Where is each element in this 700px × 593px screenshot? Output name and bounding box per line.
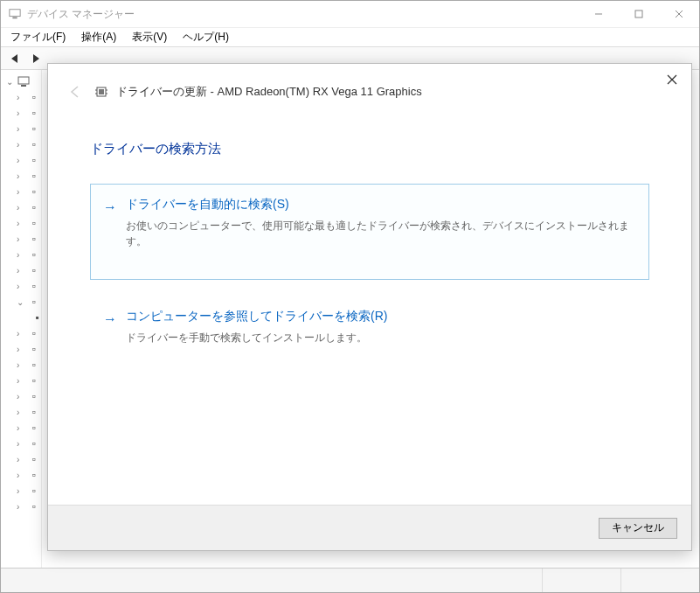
device-category-icon: ▫ xyxy=(27,153,41,167)
caret-right-icon: › xyxy=(17,408,27,417)
device-category-icon: ▫ xyxy=(27,279,41,293)
tree-node[interactable]: ›▫ xyxy=(17,199,41,215)
arrow-right-icon: → xyxy=(103,309,117,345)
dialog-footer: キャンセル xyxy=(48,505,691,550)
caret-right-icon: › xyxy=(17,486,27,496)
svg-rect-3 xyxy=(635,10,642,17)
device-category-icon: ▫ xyxy=(27,468,41,482)
device-tree[interactable]: ⌄ ›▫ ›▫ ›▫ ›▫ ›▫ ›▫ ›▫ ›▫ ›▫ ›▫ ›▫ ›▫ ›▫… xyxy=(1,70,42,568)
tree-node[interactable]: ›▫ xyxy=(17,247,41,262)
dialog-back-button[interactable] xyxy=(66,82,85,101)
caret-right-icon: › xyxy=(17,108,27,118)
menu-view[interactable]: 表示(V) xyxy=(126,28,173,46)
tree-node[interactable]: ›▫ xyxy=(17,325,41,341)
tree-node[interactable]: ›▫ xyxy=(17,420,41,436)
window-title: デバイス マネージャー xyxy=(27,7,579,22)
minimize-button[interactable] xyxy=(579,1,619,27)
tree-node[interactable]: ›▫ xyxy=(17,231,41,247)
caret-right-icon: › xyxy=(17,502,27,512)
tree-leaf[interactable]: ▪ xyxy=(27,310,41,325)
tree-node[interactable]: ›▫ xyxy=(17,451,41,467)
caret-right-icon: › xyxy=(17,282,27,291)
menu-action[interactable]: 操作(A) xyxy=(75,28,122,46)
tree-node[interactable]: ›▫ xyxy=(17,184,41,199)
caret-right-icon: › xyxy=(17,171,27,181)
computer-icon xyxy=(17,74,31,88)
device-category-icon: ▫ xyxy=(27,248,41,262)
nav-forward-button[interactable] xyxy=(27,49,46,68)
device-category-icon: ▫ xyxy=(27,484,41,498)
caret-right-icon: › xyxy=(17,156,27,165)
tree-node[interactable]: ›▫ xyxy=(17,373,41,388)
caret-right-icon: › xyxy=(17,439,27,449)
close-button[interactable] xyxy=(659,1,699,27)
caret-right-icon: › xyxy=(17,345,27,354)
caret-right-icon: › xyxy=(17,360,27,370)
device-category-icon: ▫ xyxy=(27,421,41,435)
caret-right-icon: › xyxy=(17,471,27,480)
tree-root[interactable]: ⌄ xyxy=(6,73,41,89)
tree-node[interactable]: ›▫ xyxy=(17,121,41,136)
option-auto-desc: お使いのコンピューターで、使用可能な最も適したドライバーが検索され、デバイスにイ… xyxy=(126,218,633,249)
status-bar xyxy=(1,568,699,592)
option-browse-desc: ドライバーを手動で検索してインストールします。 xyxy=(126,330,633,345)
tree-node[interactable]: ›▫ xyxy=(17,278,41,294)
svg-rect-11 xyxy=(99,89,104,94)
dialog-body: ドライバーの検索方法 → ドライバーを自動的に検索(S) お使いのコンピューター… xyxy=(48,120,691,505)
tree-node[interactable]: ›▫ xyxy=(17,404,41,420)
option-search-automatically[interactable]: → ドライバーを自動的に検索(S) お使いのコンピューターで、使用可能な最も適し… xyxy=(90,184,649,280)
device-category-icon: ▫ xyxy=(27,106,41,120)
device-category-icon: ▫ xyxy=(27,326,41,340)
tree-node[interactable]: ›▫ xyxy=(17,341,41,357)
tree-node[interactable]: ›▫ xyxy=(17,436,41,451)
display-adapter-icon: ▪ xyxy=(33,310,41,324)
tree-node[interactable]: ›▫ xyxy=(17,152,41,168)
maximize-button[interactable] xyxy=(619,1,659,27)
caret-right-icon: › xyxy=(17,234,27,244)
tree-node[interactable]: ›▫ xyxy=(17,136,41,152)
caret-right-icon: › xyxy=(17,219,27,228)
caret-right-icon: › xyxy=(17,203,27,213)
menu-file[interactable]: ファイル(F) xyxy=(4,28,72,46)
caret-right-icon: › xyxy=(17,124,27,134)
device-category-icon: ▫ xyxy=(27,263,41,277)
svg-rect-6 xyxy=(18,77,29,84)
dialog-device-name: AMD Radeon(TM) RX Vega 11 Graphics xyxy=(218,85,422,98)
tree-node[interactable]: ›▫ xyxy=(17,499,41,514)
caret-right-icon: › xyxy=(17,455,27,464)
device-category-icon: ▫ xyxy=(27,122,41,136)
tree-node[interactable]: ›▫ xyxy=(17,89,41,105)
tree-node[interactable]: ›▫ xyxy=(17,105,41,121)
svg-line-5 xyxy=(676,10,683,17)
tree-node[interactable]: ›▫ xyxy=(17,262,41,278)
status-cell xyxy=(620,569,699,592)
tree-node[interactable]: ›▫ xyxy=(17,215,41,231)
caret-right-icon: › xyxy=(17,187,27,197)
device-category-icon: ▫ xyxy=(27,389,41,403)
caret-right-icon: › xyxy=(17,266,27,276)
caret-right-icon: › xyxy=(17,93,27,102)
tree-node[interactable]: ›▫ xyxy=(17,357,41,373)
nav-back-button[interactable] xyxy=(6,49,25,68)
device-category-icon: ▫ xyxy=(27,90,41,104)
device-category-icon: ▫ xyxy=(27,436,41,450)
svg-rect-0 xyxy=(10,10,20,17)
tree-node[interactable]: ›▫ xyxy=(17,483,41,499)
svg-line-4 xyxy=(676,10,683,17)
cancel-button[interactable]: キャンセル xyxy=(599,518,677,539)
device-category-icon: ▫ xyxy=(27,137,41,151)
tree-node[interactable]: ›▫ xyxy=(17,388,41,404)
menu-help[interactable]: ヘルプ(H) xyxy=(177,28,235,46)
device-category-icon: ▫ xyxy=(27,295,41,309)
tree-node[interactable]: ›▫ xyxy=(17,168,41,184)
tree-node-expanded[interactable]: ⌄▫ xyxy=(17,294,41,310)
dialog-heading: ドライバーの検索方法 xyxy=(90,141,649,157)
dialog-header: ドライバーの更新 - AMD Radeon(TM) RX Vega 11 Gra… xyxy=(48,64,691,120)
caret-right-icon: › xyxy=(17,423,27,433)
dialog-title-prefix: ドライバーの更新 - xyxy=(116,85,218,98)
device-category-icon: ▫ xyxy=(27,169,41,183)
tree-node[interactable]: ›▫ xyxy=(17,467,41,483)
option-browse-computer[interactable]: → コンピューターを参照してドライバーを検索(R) ドライバーを手動で検索してイ… xyxy=(90,296,649,353)
caret-right-icon: › xyxy=(17,376,27,386)
device-category-icon: ▫ xyxy=(27,405,41,419)
